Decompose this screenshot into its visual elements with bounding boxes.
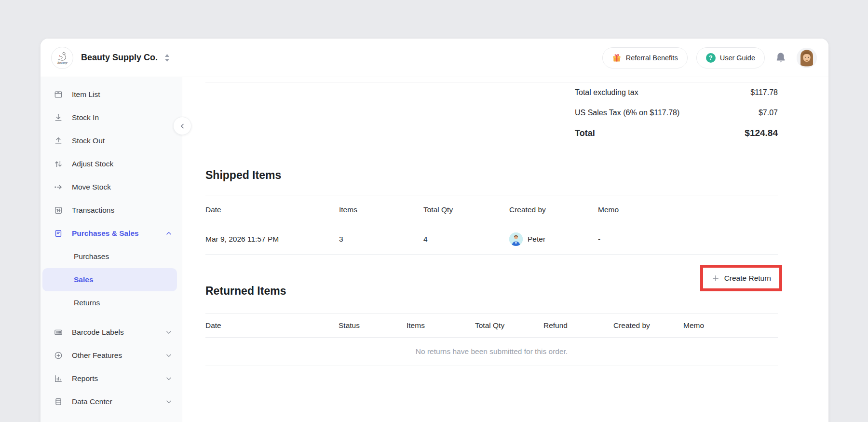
logo-script-text: beauty bbox=[57, 61, 68, 65]
stock-out-icon bbox=[53, 136, 64, 146]
sidebar-item-label: Stock Out bbox=[72, 136, 172, 145]
shipped-items-table: Date Items Total Qty Created by Memo Mar… bbox=[205, 195, 778, 255]
sidebar-subitem-returns[interactable]: Returns bbox=[42, 291, 177, 314]
chevron-down-icon bbox=[165, 398, 172, 405]
grand-total-value: $124.84 bbox=[745, 128, 778, 138]
sidebar-item-label: Other Features bbox=[72, 351, 165, 360]
shipped-table-header: Date Items Total Qty Created by Memo bbox=[205, 195, 778, 224]
data-center-icon bbox=[53, 397, 64, 407]
sidebar-item-reports[interactable]: Reports bbox=[41, 367, 182, 390]
company-name[interactable]: Beauty Supply Co. bbox=[81, 53, 158, 63]
returns-empty-state: No returns have been submitted for this … bbox=[205, 338, 778, 366]
reports-icon bbox=[53, 374, 64, 383]
company-switcher-icon[interactable] bbox=[164, 54, 170, 62]
person-avatar-icon bbox=[509, 232, 523, 246]
barcode-icon bbox=[53, 327, 64, 337]
stock-in-icon bbox=[53, 113, 64, 123]
bell-icon bbox=[775, 52, 787, 64]
column-header-memo: Memo bbox=[683, 321, 778, 330]
grand-total-row: Total $124.84 bbox=[575, 123, 778, 143]
sales-tax-label: US Sales Tax (6% on $117.78) bbox=[575, 109, 679, 117]
shipment-items-cell: 3 bbox=[339, 235, 423, 244]
column-header-date: Date bbox=[205, 321, 339, 330]
create-return-button[interactable]: Create Return bbox=[703, 268, 779, 288]
total-excluding-tax-row: Total excluding tax $117.78 bbox=[575, 84, 778, 101]
move-stock-icon bbox=[53, 182, 64, 192]
shipment-created-by-name: Peter bbox=[528, 235, 545, 244]
total-excluding-tax-label: Total excluding tax bbox=[575, 88, 638, 97]
sidebar-subitem-label: Purchases bbox=[74, 252, 109, 261]
peter-avatar bbox=[509, 232, 523, 246]
sidebar-item-purchases-sales[interactable]: Purchases & Sales bbox=[41, 222, 182, 245]
sidebar-item-label: Data Center bbox=[72, 397, 165, 406]
question-icon: ? bbox=[706, 53, 716, 63]
user-guide-button[interactable]: ? User Guide bbox=[696, 47, 765, 68]
shipment-total-qty-cell: 4 bbox=[423, 235, 509, 244]
returned-items-header: Returned Items Create Return bbox=[205, 277, 778, 304]
chevron-down-icon bbox=[165, 329, 172, 336]
sidebar-subitem-purchases[interactable]: Purchases bbox=[42, 245, 177, 268]
gift-icon bbox=[612, 53, 622, 63]
referral-benefits-label: Referral Benefits bbox=[626, 54, 678, 62]
column-header-memo: Memo bbox=[598, 205, 778, 214]
beauty-logo-icon: beauty bbox=[54, 50, 70, 66]
transactions-icon bbox=[53, 205, 64, 215]
column-header-status: Status bbox=[339, 321, 407, 330]
company-logo[interactable]: beauty bbox=[51, 47, 73, 69]
shipped-table-row[interactable]: Mar 9, 2026 11:57 PM 3 4 bbox=[205, 224, 778, 255]
user-avatar[interactable] bbox=[797, 48, 817, 68]
sidebar-item-label: Purchases & Sales bbox=[72, 229, 165, 238]
sidebar-item-label: Transactions bbox=[72, 206, 172, 215]
shipped-items-title: Shipped Items bbox=[205, 169, 281, 182]
chevron-down-icon bbox=[165, 375, 172, 382]
sidebar-item-stock-in[interactable]: Stock In bbox=[41, 106, 182, 129]
sidebar-item-barcode-labels[interactable]: Barcode Labels bbox=[41, 321, 182, 344]
sidebar-item-transactions[interactable]: Transactions bbox=[41, 199, 182, 222]
returns-table-header: Date Status Items Total Qty Refund Creat… bbox=[205, 313, 778, 338]
plus-circle-icon bbox=[53, 351, 64, 360]
sidebar-item-label: Stock In bbox=[72, 113, 172, 122]
shipment-created-by-cell: Peter bbox=[509, 232, 598, 246]
sidebar-item-move-stock[interactable]: Move Stock bbox=[41, 176, 182, 199]
purchases-sales-icon bbox=[53, 229, 64, 238]
sidebar-item-label: Barcode Labels bbox=[72, 328, 165, 337]
item-list-icon bbox=[53, 90, 64, 99]
referral-benefits-button[interactable]: Referral Benefits bbox=[602, 47, 688, 68]
column-header-created-by: Created by bbox=[613, 321, 683, 330]
column-header-refund: Refund bbox=[543, 321, 613, 330]
sidebar-subitem-label: Sales bbox=[74, 275, 94, 284]
create-return-label: Create Return bbox=[724, 274, 771, 283]
sidebar-item-other-features[interactable]: Other Features bbox=[41, 344, 182, 367]
sidebar-item-data-center[interactable]: Data Center bbox=[41, 390, 182, 413]
sidebar-subitem-label: Returns bbox=[74, 299, 100, 307]
totals-top-divider bbox=[205, 82, 778, 82]
top-bar: beauty Beauty Supply Co. Referral Benefi… bbox=[41, 39, 828, 77]
sidebar: Item List Stock In Stock Out Adjust Stoc… bbox=[41, 77, 182, 422]
grand-total-label: Total bbox=[575, 128, 595, 138]
column-header-date: Date bbox=[205, 205, 339, 214]
sales-tax-row: US Sales Tax (6% on $117.78) $7.07 bbox=[575, 104, 778, 122]
plus-icon bbox=[711, 274, 720, 283]
main-content: Total excluding tax $117.78 US Sales Tax… bbox=[182, 77, 828, 422]
sidebar-item-item-list[interactable]: Item List bbox=[41, 83, 182, 106]
returned-items-title: Returned Items bbox=[205, 285, 286, 298]
sidebar-subitem-sales[interactable]: Sales bbox=[42, 268, 177, 291]
sidebar-item-label: Adjust Stock bbox=[72, 160, 172, 168]
sidebar-item-adjust-stock[interactable]: Adjust Stock bbox=[41, 152, 182, 176]
returned-items-table: Date Status Items Total Qty Refund Creat… bbox=[205, 313, 778, 366]
sidebar-item-label: Reports bbox=[72, 374, 165, 383]
column-header-total-qty: Total Qty bbox=[423, 205, 509, 214]
sidebar-collapse-button[interactable] bbox=[173, 117, 191, 135]
shipment-date-cell: Mar 9, 2026 11:57 PM bbox=[205, 235, 339, 244]
column-header-created-by: Created by bbox=[509, 205, 598, 214]
total-excluding-tax-value: $117.78 bbox=[750, 88, 778, 97]
sales-tax-value: $7.07 bbox=[759, 109, 778, 117]
shipment-memo-cell: - bbox=[598, 235, 778, 244]
sidebar-item-label: Item List bbox=[72, 90, 172, 99]
column-header-items: Items bbox=[339, 205, 423, 214]
notifications-button[interactable] bbox=[773, 52, 788, 64]
chevron-left-icon bbox=[179, 123, 186, 130]
sidebar-item-label: Move Stock bbox=[72, 183, 172, 191]
app-window: beauty Beauty Supply Co. Referral Benefi… bbox=[41, 39, 828, 422]
sidebar-item-stock-out[interactable]: Stock Out bbox=[41, 129, 182, 152]
